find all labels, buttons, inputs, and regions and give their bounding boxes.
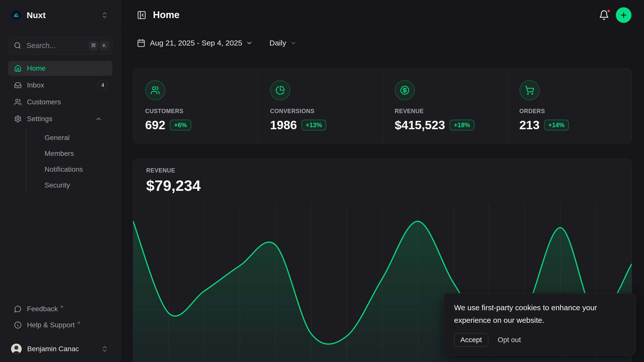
subnav-label: Members [45, 150, 74, 158]
stats-row: CUSTOMERS 692 +6% CONVERSIONS 1986 +13% [133, 68, 632, 144]
sidebar-divider [0, 337, 120, 337]
revenue-chart-value: $79,234 [146, 177, 619, 194]
search-icon [14, 42, 21, 49]
gear-icon [14, 115, 22, 123]
sidebar-item-security[interactable]: Security [27, 177, 112, 193]
sidebar-item-general[interactable]: General [27, 130, 112, 146]
sidebar-item-customers[interactable]: Customers [8, 95, 112, 110]
chevrons-up-down-icon [101, 11, 108, 19]
stat-label: CONVERSIONS [270, 108, 371, 115]
notifications-button[interactable] [599, 10, 609, 20]
stat-card-customers[interactable]: CUSTOMERS 692 +6% [133, 69, 258, 144]
subnav-label: Notifications [45, 165, 83, 173]
users-icon [14, 98, 22, 106]
sidebar-item-settings[interactable]: Settings [8, 111, 112, 126]
feedback-link[interactable]: Feedback [8, 301, 112, 317]
chevron-down-icon [290, 39, 297, 47]
settings-subnav: General Members Notifications Security [26, 128, 112, 195]
inbox-icon [14, 81, 22, 89]
sidebar-item-label: Home [27, 64, 107, 72]
sidebar-item-home[interactable]: Home [8, 61, 112, 76]
sidebar-item-members[interactable]: Members [27, 146, 112, 161]
users-icon [150, 85, 160, 95]
filter-bar: Aug 21, 2025 - Sep 4, 2025 Daily [121, 30, 644, 56]
info-circle-icon [14, 321, 22, 329]
message-circle-icon [14, 305, 22, 313]
subnav-label: General [45, 134, 70, 142]
stat-value: 1986 [270, 118, 297, 132]
help-support-link[interactable]: Help & Support [8, 317, 112, 333]
stat-delta-badge: +6% [170, 120, 191, 130]
cookie-accept-button[interactable]: Accept [454, 333, 488, 347]
sidebar-item-label: Inbox [27, 81, 98, 89]
shopping-cart-icon [525, 85, 534, 95]
add-button[interactable] [616, 7, 631, 23]
unread-dot [607, 9, 611, 13]
stat-delta-badge: +14% [544, 120, 569, 130]
workspace-switcher[interactable]: Nuxt [8, 6, 112, 24]
date-range-picker[interactable]: Aug 21, 2025 - Sep 4, 2025 [137, 39, 257, 47]
stat-card-revenue[interactable]: REVENUE $415,523 +18% [382, 69, 507, 144]
stat-icon-badge [270, 80, 290, 100]
stat-label: REVENUE [395, 108, 495, 115]
sidebar-item-label: Customers [27, 98, 107, 106]
external-link-icon [76, 321, 81, 325]
footer-link-label: Help & Support [27, 321, 75, 329]
stat-icon-badge [395, 80, 415, 100]
avatar [11, 344, 22, 354]
user-name: Benjamin Canac [27, 345, 101, 353]
period-value: Daily [269, 39, 286, 47]
cookie-message: We use first-party cookies to enhance yo… [454, 301, 626, 327]
sidebar-item-inbox[interactable]: Inbox 4 [8, 78, 112, 93]
cookie-banner: We use first-party cookies to enhance yo… [444, 293, 636, 355]
panel-collapse-icon[interactable] [137, 10, 146, 20]
sidebar-footer: Feedback Help & Support Benjami [8, 301, 112, 358]
stat-delta-badge: +13% [301, 120, 326, 130]
chevrons-up-down-icon [101, 345, 108, 353]
user-menu[interactable]: Benjamin Canac [8, 340, 112, 358]
sidebar-nav: Home Inbox 4 Customers Settings [8, 61, 112, 195]
sidebar-item-notifications[interactable]: Notifications [27, 161, 112, 177]
stat-delta-badge: +18% [450, 120, 474, 130]
external-link-icon [59, 305, 64, 309]
dashboard-content: CUSTOMERS 692 +6% CONVERSIONS 1986 +13% [121, 56, 644, 362]
workspace-name: Nuxt [27, 10, 101, 20]
top-header: Home [121, 0, 644, 30]
revenue-chart-header: REVENUE $79,234 [133, 159, 632, 194]
subnav-label: Security [45, 181, 70, 189]
stat-card-orders[interactable]: ORDERS 213 +14% [507, 69, 632, 144]
search-input[interactable]: Search... ⌘ K [8, 37, 112, 54]
kbd-cmd: ⌘ [89, 41, 98, 50]
nuxt-logo-icon [11, 10, 21, 20]
app-root: Nuxt Search... ⌘ K Home [0, 0, 644, 362]
calendar-icon [137, 39, 145, 47]
kbd-k: K [100, 41, 109, 50]
sidebar: Nuxt Search... ⌘ K Home [0, 0, 121, 362]
house-icon [14, 65, 22, 72]
search-placeholder: Search... [26, 41, 87, 50]
stat-label: CUSTOMERS [145, 108, 246, 115]
inbox-count-badge: 4 [98, 81, 107, 90]
stat-value: $415,523 [395, 118, 445, 132]
revenue-chart-label: REVENUE [146, 167, 619, 174]
page-title: Home [153, 10, 599, 20]
date-range-value: Aug 21, 2025 - Sep 4, 2025 [150, 39, 242, 47]
chevron-down-icon [246, 39, 253, 47]
stat-icon-badge [519, 80, 540, 100]
stat-icon-badge [145, 80, 165, 100]
stat-value: 692 [145, 118, 165, 132]
sidebar-item-label: Settings [27, 115, 95, 123]
cookie-optout-button[interactable]: Opt out [498, 336, 521, 344]
stat-value: 213 [519, 118, 540, 132]
main-area: Home Aug 21, 2025 - Sep 4, 2025 [121, 0, 644, 362]
footer-link-label: Feedback [27, 305, 58, 313]
stat-label: ORDERS [519, 108, 620, 115]
stat-card-conversions[interactable]: CONVERSIONS 1986 +13% [258, 69, 383, 144]
chevron-up-icon [95, 115, 102, 122]
chart-pie-icon [275, 85, 285, 95]
period-select[interactable]: Daily [269, 39, 297, 47]
circle-dollar-icon [400, 85, 410, 95]
plus-icon [620, 11, 628, 19]
